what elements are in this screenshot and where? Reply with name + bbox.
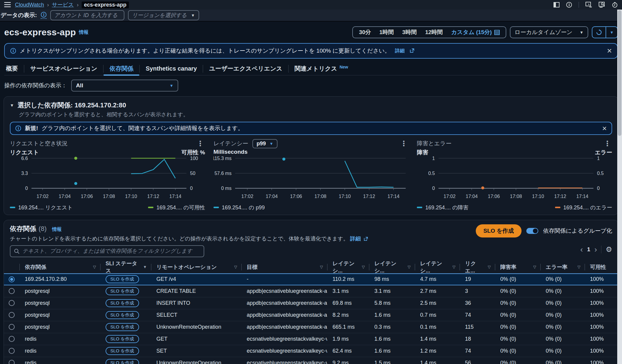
latency-stat-selector[interactable]: p99 ▼: [252, 139, 278, 148]
side-panel-icon[interactable]: [554, 2, 560, 8]
tab-service-operations[interactable]: サービスオペレーション: [24, 62, 103, 75]
create-slo-badge[interactable]: SLO を作成: [106, 347, 139, 355]
table-row[interactable]: postgresqlSLO を作成INSERT INTOappdb|ecsnat…: [4, 297, 618, 309]
timer-icon[interactable]: [612, 2, 618, 8]
column-header[interactable]: リクエ...▽: [460, 261, 495, 273]
dependencies-info-link[interactable]: 情報: [52, 226, 62, 233]
create-slo-badge[interactable]: SLO を作成: [106, 287, 139, 295]
tab-synthetics-canary[interactable]: Synthetics canary: [140, 62, 203, 75]
legend-item[interactable]: 169.254.... のエラー: [555, 204, 612, 211]
timezone-select[interactable]: ローカルタイムゾーン ▼: [510, 26, 588, 38]
table-row[interactable]: redisSLO を作成UnknownRemoteOperationecsnat…: [4, 357, 618, 364]
info-icon[interactable]: [566, 2, 572, 8]
refresh-icon[interactable]: [592, 27, 606, 38]
table-row[interactable]: 169.254.170.2:80SLO を作成GET /v4-110.2 ms9…: [4, 273, 618, 285]
row-radio-button[interactable]: [9, 360, 15, 364]
chart-plot-area[interactable]: 6.61003.3500017:0217:0417:0617:0817:1017…: [10, 156, 205, 201]
window-scrollbar-thumb[interactable]: [618, 10, 621, 136]
row-radio-button[interactable]: [9, 312, 15, 318]
time-range-custom[interactable]: カスタム (15分): [447, 28, 504, 36]
table-row[interactable]: redisSLO を作成SETecsnativebluegreenstackva…: [4, 345, 618, 357]
chart-plot-area[interactable]: 110.50.50017:0217:0417:0617:0817:1017:12…: [417, 156, 612, 201]
column-header[interactable]: 依存関係▽: [19, 261, 100, 273]
column-header[interactable]: レイテンシ...▽: [327, 261, 369, 273]
row-radio-button[interactable]: [9, 348, 15, 354]
dependencies-details-link[interactable]: 詳細: [350, 236, 361, 242]
table-row[interactable]: redisSLO を作成GETecsnativebluegreenstackva…: [4, 333, 618, 345]
close-icon[interactable]: ×: [602, 124, 607, 132]
create-slo-badge[interactable]: SLO を作成: [106, 323, 139, 331]
row-radio-button[interactable]: [9, 300, 15, 306]
sort-filter-icon[interactable]: ▽: [408, 265, 411, 269]
row-radio-button[interactable]: [9, 336, 15, 342]
sort-filter-icon[interactable]: ▽: [234, 265, 237, 269]
column-header[interactable]: 目標▽: [241, 261, 327, 273]
column-header[interactable]: SLI ステータス▼: [100, 261, 151, 273]
breadcrumb-cloudwatch[interactable]: CloudWatch: [15, 2, 44, 8]
sort-filter-icon[interactable]: ▽: [452, 265, 455, 269]
create-slo-badge[interactable]: SLO を作成: [106, 359, 139, 364]
tab-user-experience[interactable]: ユーザーエクスペリエンス: [203, 62, 288, 75]
chart-plot-area[interactable]: 115.3 ms57.6 ms0 ms17:0217:0417:0617:081…: [214, 156, 409, 201]
window-scrollbar[interactable]: [617, 10, 622, 364]
table-row[interactable]: postgresqlSLO を作成UnknownRemoteOperationa…: [4, 321, 618, 333]
screen-inspect-icon[interactable]: [599, 2, 605, 8]
tab-dependencies[interactable]: 依存関係: [103, 62, 139, 75]
operation-filter-select[interactable]: All ▼: [71, 80, 178, 92]
table-row[interactable]: postgresqlSLO を作成SELECTappdb|ecsnativebl…: [4, 309, 618, 321]
page-number[interactable]: 1: [587, 246, 590, 253]
refresh-options-chevron-icon[interactable]: ▼: [606, 27, 617, 38]
chart-menu-icon[interactable]: ⋮: [399, 139, 408, 148]
menu-icon[interactable]: [4, 2, 11, 7]
tab-related-metrics[interactable]: 関連メトリクス New: [289, 62, 354, 75]
time-range-12h[interactable]: 12時間: [421, 28, 447, 36]
create-slo-badge[interactable]: SLO を作成: [106, 311, 139, 319]
sort-filter-icon[interactable]: ▽: [577, 265, 580, 269]
sort-filter-icon[interactable]: ▽: [533, 265, 536, 269]
table-row[interactable]: postgresqlSLO を作成CREATE TABLEappdb|ecsna…: [4, 285, 618, 297]
chart-menu-icon[interactable]: ⋮: [196, 139, 205, 148]
next-page-icon[interactable]: ›: [594, 246, 597, 253]
selected-dependency-header[interactable]: ▼ 選択した依存関係: 169.254.170.2:80: [10, 101, 612, 110]
legend-item[interactable]: 169.254.... リクエスト: [10, 204, 73, 211]
row-radio-button[interactable]: [9, 324, 15, 330]
sort-filter-icon[interactable]: ▽: [320, 265, 323, 269]
sort-filter-icon[interactable]: ▽: [488, 265, 491, 269]
create-slo-badge[interactable]: SLO を作成: [106, 335, 139, 343]
group-by-dependency-toggle[interactable]: [526, 228, 538, 234]
legend-item[interactable]: 169.254.... の p99: [214, 204, 265, 211]
title-info-link[interactable]: 情報: [79, 29, 89, 36]
legend-item[interactable]: 169.254.... の障害: [417, 204, 469, 211]
column-header[interactable]: 障害率▽: [495, 261, 540, 273]
banner-details-link[interactable]: 詳細: [395, 48, 405, 54]
create-slo-badge[interactable]: SLO を作成: [106, 275, 139, 283]
account-id-input[interactable]: [50, 10, 124, 20]
sort-filter-icon[interactable]: ▽: [362, 265, 365, 269]
time-range-3h[interactable]: 3時間: [398, 28, 421, 36]
dependency-filter-input[interactable]: [22, 248, 200, 254]
legend-item[interactable]: 169.254.... の可用性: [148, 204, 205, 211]
column-header[interactable]: レイテンシ...▽: [415, 261, 460, 273]
column-header[interactable]: 可用性▽: [585, 261, 618, 273]
create-slo-badge[interactable]: SLO を作成: [106, 299, 139, 307]
tab-overview[interactable]: 概要: [4, 62, 24, 75]
sort-filter-icon[interactable]: ▽: [93, 265, 96, 269]
column-header[interactable]: リモートオペレーション▽: [151, 261, 241, 273]
column-header[interactable]: エラー率▽: [540, 261, 585, 273]
row-radio-button[interactable]: [9, 288, 15, 294]
column-header[interactable]: レイテンシ...▽: [369, 261, 415, 273]
table-cell: UnknownRemoteOperation: [151, 360, 241, 364]
time-range-30m[interactable]: 30分: [355, 28, 375, 36]
region-select[interactable]: リージョンを選択する ▼: [128, 10, 199, 20]
time-range-1h[interactable]: 1時間: [375, 28, 398, 36]
chart-menu-icon[interactable]: ⋮: [603, 139, 612, 148]
pointer-capture-icon[interactable]: [586, 2, 592, 8]
gear-icon[interactable]: ⚙: [606, 245, 612, 254]
previous-page-icon[interactable]: ‹: [580, 246, 583, 253]
close-icon[interactable]: ×: [607, 47, 612, 55]
breadcrumb-services[interactable]: サービス: [52, 1, 74, 8]
create-slo-button[interactable]: SLO を作成: [476, 224, 522, 237]
info-icon[interactable]: [41, 12, 47, 19]
row-radio-button[interactable]: [9, 276, 15, 282]
sort-filter-icon[interactable]: ▼: [143, 265, 147, 269]
